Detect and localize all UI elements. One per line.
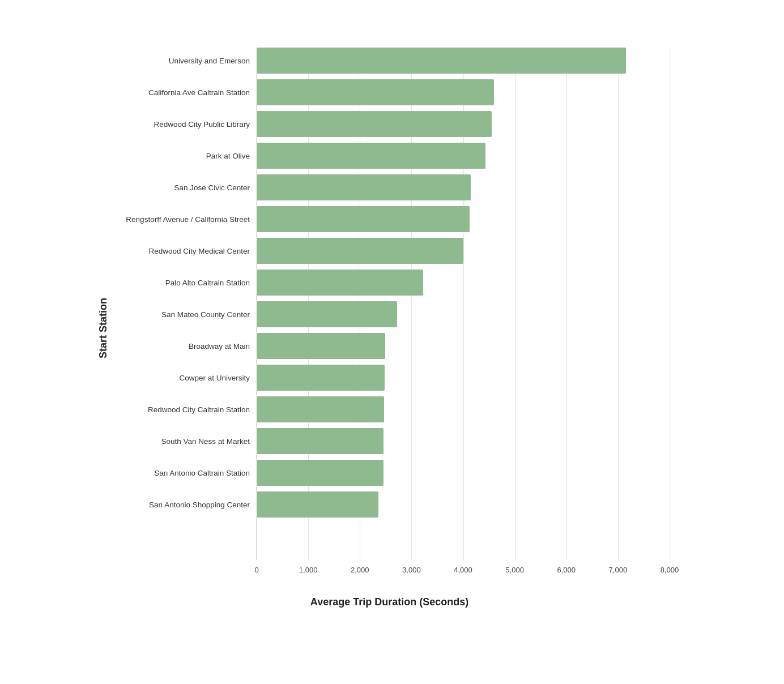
bar-fill [257, 79, 494, 105]
x-tick-label: 2,000 [351, 566, 369, 574]
bar-label: Rengstorff Avenue / California Street [109, 215, 257, 224]
bar-fill [257, 365, 385, 391]
bar-fill [257, 238, 463, 264]
x-tick-label: 5,000 [505, 566, 524, 574]
chart-main: University and EmersonCalifornia Ave Cal… [109, 48, 670, 608]
bar-row: Cowper at University [109, 365, 670, 391]
grid-line [670, 48, 670, 560]
y-axis-label: Start Station [92, 48, 109, 608]
bar-label: Cowper at University [109, 374, 257, 382]
bar-fill [257, 206, 470, 232]
bar-fill [257, 333, 385, 359]
bar-row: San Antonio Caltrain Station [109, 460, 670, 486]
bar-row: San Mateo County Center [109, 301, 670, 327]
x-tick-label: 1,000 [299, 566, 318, 574]
bar-label: San Jose Civic Center [109, 183, 257, 192]
bar-label: San Antonio Shopping Center [109, 501, 257, 509]
bar-fill [257, 111, 492, 137]
bar-row: Redwood City Caltrain Station [109, 396, 670, 422]
x-tick-label: 8,000 [661, 566, 679, 574]
bar-label: California Ave Caltrain Station [109, 88, 257, 97]
bar-fill [257, 428, 384, 454]
bar-row: Park at Olive [109, 143, 670, 169]
bar-row: Palo Alto Caltrain Station [109, 270, 670, 296]
bars-wrapper: University and EmersonCalifornia Ave Cal… [109, 48, 670, 560]
bar-fill [257, 460, 384, 486]
x-tick-label: 6,000 [557, 566, 576, 574]
x-axis-area: 01,0002,0003,0004,0005,0006,0007,0008,00… [257, 563, 670, 580]
bar-fill [257, 396, 384, 422]
bar-label: South Van Ness at Market [109, 437, 257, 446]
bar-label: Redwood City Caltrain Station [109, 405, 257, 414]
bar-row: Redwood City Medical Center [109, 238, 670, 264]
bar-label: Palo Alto Caltrain Station [109, 279, 257, 287]
bar-label: University and Emerson [109, 57, 257, 65]
bar-row: South Van Ness at Market [109, 428, 670, 454]
bar-fill [257, 301, 397, 327]
x-tick-label: 4,000 [454, 566, 472, 574]
bar-label: San Mateo County Center [109, 310, 257, 319]
bar-label: Redwood City Public Library [109, 120, 257, 129]
bar-row: University and Emerson [109, 48, 670, 74]
x-tick-label: 3,000 [402, 566, 421, 574]
bar-label: San Antonio Caltrain Station [109, 469, 257, 477]
bar-fill [257, 174, 471, 200]
x-tick-label: 0 [254, 566, 258, 574]
bar-row: San Jose Civic Center [109, 174, 670, 200]
bar-row: San Antonio Shopping Center [109, 491, 670, 518]
bar-fill [257, 491, 378, 518]
bar-row: Broadway at Main [109, 333, 670, 359]
bar-label: Park at Olive [109, 152, 257, 160]
chart-container: Start Station University and EmersonCali… [80, 31, 704, 653]
x-tick-label: 7,000 [609, 566, 628, 574]
bar-row: Redwood City Public Library [109, 111, 670, 137]
bar-fill [257, 48, 626, 74]
bar-row: Rengstorff Avenue / California Street [109, 206, 670, 232]
bar-fill [257, 143, 485, 169]
bar-label: Broadway at Main [109, 342, 257, 350]
bar-label: Redwood City Medical Center [109, 247, 257, 255]
bar-fill [257, 270, 423, 296]
bar-row: California Ave Caltrain Station [109, 79, 670, 105]
x-axis-label: Average Trip Duration (Seconds) [109, 596, 670, 608]
